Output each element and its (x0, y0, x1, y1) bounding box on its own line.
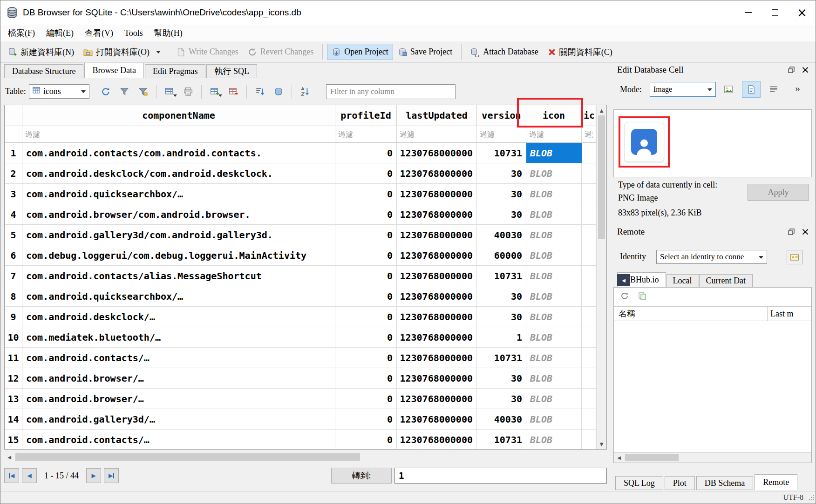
scroll-left-button[interactable]: ◀ (614, 453, 624, 463)
filter-input-partial[interactable] (582, 126, 596, 142)
maximize-button[interactable] (762, 0, 789, 25)
panel-overflow-button[interactable]: » (795, 82, 800, 94)
cell-lastupdated[interactable]: 1230768000000 (397, 327, 477, 348)
cell-version[interactable]: 30 (477, 389, 526, 409)
column-header-componentname[interactable]: componentName (22, 105, 335, 126)
cell-overflow-partial[interactable] (582, 184, 596, 204)
horizontal-scrollbar-thumb[interactable] (15, 453, 360, 461)
cell-lastupdated[interactable]: 1230768000000 (397, 409, 477, 430)
cell-componentname[interactable]: com.android.quicksearchbox/… (22, 184, 335, 204)
resize-grip[interactable] (809, 494, 814, 502)
filter-input-version[interactable] (477, 126, 526, 142)
cell-version[interactable]: 10731 (477, 348, 526, 368)
remote-tab-current-database[interactable]: Current Dat (699, 274, 753, 287)
cell-icon[interactable]: BLOB (526, 348, 582, 368)
new-database-button[interactable]: 新建資料庫(N) (3, 43, 79, 61)
row-number-cell[interactable]: 1 (5, 143, 22, 163)
row-number-cell[interactable]: 4 (5, 204, 22, 225)
filter-any-column-input[interactable] (326, 84, 456, 99)
cell-lastupdated[interactable]: 1230768000000 (397, 430, 477, 449)
cell-lastupdated[interactable]: 1230768000000 (397, 348, 477, 368)
cell-version[interactable]: 30 (477, 286, 526, 307)
cell-componentname[interactable]: com.android.gallery3d/com.android.galler… (22, 225, 335, 245)
cell-lastupdated[interactable]: 1230768000000 (397, 389, 477, 409)
column-header-partial[interactable]: ic (582, 105, 596, 126)
cell-version[interactable]: 30 (477, 184, 526, 204)
cell-overflow-partial[interactable] (582, 409, 596, 430)
float-panel-button[interactable] (786, 226, 797, 237)
cell-version[interactable]: 30 (477, 368, 526, 389)
cell-icon[interactable]: BLOB (526, 286, 582, 307)
first-record-button[interactable]: ◀ (4, 468, 19, 483)
tab-execute-sql[interactable]: 執行 SQL (206, 64, 257, 78)
tab-scroll-left-button[interactable]: ◀ (617, 274, 630, 286)
dock-tab-sql-log[interactable]: SQL Log (615, 476, 663, 490)
sort-az-button[interactable] (297, 84, 313, 100)
filter-options-button[interactable] (135, 84, 151, 100)
tab-browse-data[interactable]: Browse Data (84, 63, 143, 78)
cell-profileid[interactable]: 0 (335, 266, 397, 286)
remote-column-name[interactable]: 名稱 (614, 307, 768, 321)
open-database-button[interactable]: 打開資料庫(O) (79, 43, 154, 61)
previous-record-button[interactable]: ◀ (22, 468, 37, 483)
cell-version[interactable]: 30 (477, 163, 526, 184)
cell-lastupdated[interactable]: 1230768000000 (397, 307, 477, 327)
last-record-button[interactable]: ▶ (104, 468, 119, 483)
cell-overflow-partial[interactable] (582, 266, 596, 286)
menu-edit[interactable]: 編輯(E) (41, 25, 79, 41)
cell-version[interactable]: 40030 (477, 409, 526, 430)
cell-componentname[interactable]: com.android.contacts/alias.MessageShortc… (22, 266, 335, 286)
cell-componentname[interactable]: com.android.browser/… (22, 368, 335, 389)
cell-overflow-partial[interactable] (582, 225, 596, 245)
remote-column-last-modified[interactable]: Last m (768, 307, 811, 321)
goto-record-input[interactable] (394, 468, 607, 484)
cell-lastupdated[interactable]: 1230768000000 (397, 163, 477, 184)
cell-overflow-partial[interactable] (582, 307, 596, 327)
cell-overflow-partial[interactable] (582, 143, 596, 163)
cell-icon[interactable]: BLOB (526, 389, 582, 409)
column-header-profileid[interactable]: profileId (335, 105, 397, 126)
cell-profileid[interactable]: 0 (335, 286, 397, 307)
cell-icon[interactable]: BLOB (526, 225, 582, 245)
cell-overflow-partial[interactable] (582, 368, 596, 389)
cell-profileid[interactable]: 0 (335, 409, 397, 430)
cell-profileid[interactable]: 0 (335, 307, 397, 327)
cell-version[interactable]: 10731 (477, 266, 526, 286)
cell-overflow-partial[interactable] (582, 348, 596, 368)
cell-profileid[interactable]: 0 (335, 368, 397, 389)
menu-file[interactable]: 檔案(F) (2, 25, 41, 41)
cell-componentname[interactable]: com.android.deskclock/com.android.deskcl… (22, 163, 335, 184)
cell-lastupdated[interactable]: 1230768000000 (397, 184, 477, 204)
menu-tools[interactable]: Tools (119, 26, 149, 40)
corner-header-cell[interactable] (5, 105, 22, 126)
remote-scrollbar-thumb[interactable] (625, 454, 679, 461)
cell-profileid[interactable]: 0 (335, 225, 397, 245)
cell-icon[interactable]: BLOB (526, 163, 582, 184)
cell-lastupdated[interactable]: 1230768000000 (397, 286, 477, 307)
cell-icon[interactable]: BLOB (526, 368, 582, 389)
cell-componentname[interactable]: com.mediatek.bluetooth/… (22, 327, 335, 348)
cell-profileid[interactable]: 0 (335, 204, 397, 225)
cell-componentname[interactable]: com.debug.loggerui/com.debug.loggerui.Ma… (22, 245, 335, 266)
scroll-down-button[interactable]: ▼ (597, 439, 606, 449)
row-number-cell[interactable]: 5 (5, 225, 22, 245)
cell-profileid[interactable]: 0 (335, 327, 397, 348)
cell-icon[interactable]: BLOB (526, 307, 582, 327)
cell-componentname[interactable]: com.android.quicksearchbox/… (22, 286, 335, 307)
cell-lastupdated[interactable]: 1230768000000 (397, 204, 477, 225)
scroll-left-button[interactable]: ◀ (4, 452, 14, 462)
open-project-button[interactable]: Open Project (327, 44, 393, 60)
column-header-lastupdated[interactable]: lastUpdated (397, 105, 477, 126)
identity-selector[interactable]: Select an identity to conne (656, 250, 767, 264)
row-number-cell[interactable]: 7 (5, 266, 22, 286)
cell-overflow-partial[interactable] (582, 327, 596, 348)
cell-version[interactable]: 60000 (477, 245, 526, 266)
sort-ascending-button[interactable] (252, 84, 268, 100)
row-number-cell[interactable]: 2 (5, 163, 22, 184)
row-number-cell[interactable]: 10 (5, 327, 22, 348)
cell-lastupdated[interactable]: 1230768000000 (397, 368, 477, 389)
remote-horizontal-scrollbar[interactable]: ◀ ▶ (614, 452, 811, 463)
cell-version[interactable]: 30 (477, 307, 526, 327)
apply-button[interactable]: Apply (748, 184, 809, 201)
cell-componentname[interactable]: com.android.gallery3d/… (22, 409, 335, 430)
